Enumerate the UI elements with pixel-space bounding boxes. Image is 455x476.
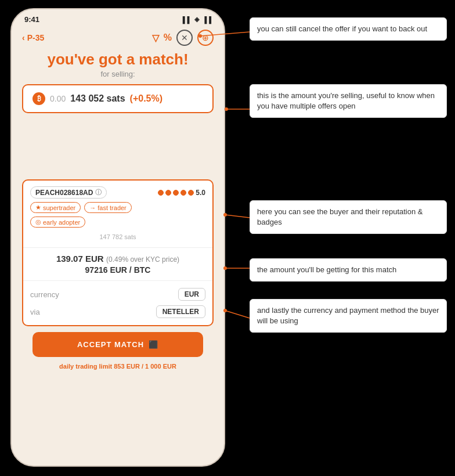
trading-limit-label: daily trading limit — [59, 363, 112, 370]
currency-value: EUR — [178, 288, 205, 301]
early-adopter-label: early adopter — [43, 219, 80, 226]
annotation-cancel: you can still cancel the offer if you wa… — [250, 17, 447, 41]
annotation-buyer-text: here you can see the buyer and their rep… — [257, 207, 423, 226]
amount-box: ₿ 0.00 143 052 sats (+0.5%) — [22, 84, 214, 113]
annotation-price: the amount you'll be getting for this ma… — [250, 258, 447, 282]
fast-trader-label: fast trader — [98, 204, 127, 211]
top-nav: ‹ P-35 ▽ % ✕ ⊕ — [12, 26, 224, 51]
amount-sats: 143 052 sats — [70, 93, 125, 104]
via-label: via — [30, 308, 40, 316]
globe-button[interactable]: ⊕ — [197, 30, 214, 46]
percent-icon[interactable]: % — [164, 33, 172, 43]
via-value: NETELLER — [156, 305, 205, 318]
filter-icon[interactable]: ▽ — [152, 33, 159, 44]
star-1 — [158, 190, 164, 196]
currency-row: currency EUR — [30, 286, 205, 303]
supertrader-label: supertrader — [43, 204, 75, 211]
trading-limit-total: 1 000 EUR — [145, 363, 176, 370]
buyer-id-text: PEACH028618AD — [35, 189, 93, 197]
buyer-top: PEACH028618AD ⓘ 5.0 — [30, 186, 205, 199]
for-selling-label: for selling: — [22, 70, 214, 78]
close-icon: ✕ — [181, 33, 188, 42]
amount-percent: (+0.5%) — [130, 93, 162, 104]
payment-section: currency EUR via NETELLER — [23, 281, 212, 325]
supertrader-badge: ★ supertrader — [30, 202, 81, 213]
trading-limit: daily trading limit 853 EUR / 1 000 EUR — [22, 363, 214, 370]
status-bar: 9:41 ▌▌ ◈ ▐▐ — [12, 9, 224, 26]
star-2 — [165, 190, 171, 196]
signal-icon: ▌▌ — [183, 16, 192, 23]
fast-trader-icon: → — [89, 204, 96, 211]
phone-content: you've got a match! for selling: ₿ 0.00 … — [12, 51, 224, 370]
status-icons: ▌▌ ◈ ▐▐ — [183, 16, 211, 23]
annotation-payment-text: and lastly the currency and payment meth… — [257, 306, 439, 325]
btc-symbol: ₿ — [37, 95, 41, 103]
annotation-buyer: here you can see the buyer and their rep… — [250, 200, 447, 234]
trading-limit-used-value: 853 EUR — [114, 363, 140, 370]
match-title: you've got a match! — [22, 51, 214, 68]
early-adopter-badge: ◎ early adopter — [30, 217, 85, 228]
svg-line-4 — [225, 215, 250, 218]
back-chevron-icon: ‹ — [22, 33, 25, 42]
buyer-id: PEACH028618AD ⓘ — [30, 186, 107, 199]
accept-match-label: ACCEPT MATCH — [77, 340, 144, 349]
buyer-offer-text: 147 782 sats — [30, 231, 205, 243]
currency-label: currency — [30, 290, 59, 299]
close-button[interactable]: ✕ — [176, 30, 193, 46]
price-amount: 139.07 EUR — [56, 254, 104, 264]
nav-icons: ▽ % ✕ ⊕ — [152, 30, 214, 46]
annotation-amount: this is the amount you're selling, usefu… — [250, 84, 447, 118]
btc-icon: ₿ — [32, 92, 45, 105]
price-kyc-note: (0.49% over KYC price) — [106, 255, 179, 264]
rating-value: 5.0 — [196, 189, 205, 197]
star-3 — [173, 190, 179, 196]
star-4 — [180, 190, 186, 196]
phone-shell: 9:41 ▌▌ ◈ ▐▐ ‹ P-35 ▽ % ✕ ⊕ you've got a… — [10, 8, 225, 467]
price-section: 139.07 EUR (0.49% over KYC price) 97216 … — [23, 247, 212, 281]
annotation-cancel-text: you can still cancel the offer if you wa… — [257, 24, 427, 33]
match-card: PEACH028618AD ⓘ 5.0 ★ su — [22, 179, 214, 326]
wifi-icon: ◈ — [194, 16, 199, 23]
back-button[interactable]: ‹ P-35 — [22, 33, 44, 42]
back-label: P-35 — [27, 33, 45, 42]
fast-trader-badge: → fast trader — [84, 202, 132, 213]
status-time: 9:41 — [24, 15, 39, 24]
info-icon: ⓘ — [95, 188, 102, 197]
globe-icon: ⊕ — [202, 33, 209, 42]
accept-match-button[interactable]: ACCEPT MATCH ⬛ — [32, 332, 203, 357]
badges-container: ★ supertrader → fast trader — [30, 202, 205, 213]
annotation-payment: and lastly the currency and payment meth… — [250, 299, 447, 333]
supertrader-icon: ★ — [35, 204, 41, 211]
early-adopter-icon: ◎ — [35, 218, 41, 226]
extra-badges: ◎ early adopter — [30, 217, 205, 228]
accept-match-icon: ⬛ — [149, 340, 158, 349]
svg-line-8 — [225, 311, 250, 318]
battery-icon: ▐▐ — [202, 16, 211, 23]
spacer — [22, 121, 214, 179]
annotation-amount-text: this is the amount you're selling, usefu… — [257, 91, 435, 110]
amount-prefix: 0.00 — [50, 94, 66, 103]
stars-rating: 5.0 — [158, 189, 205, 197]
price-rate: 97216 EUR / BTC — [30, 265, 205, 275]
buyer-section: PEACH028618AD ⓘ 5.0 ★ su — [23, 181, 212, 247]
via-row: via NETELLER — [30, 303, 205, 320]
annotation-price-text: the amount you'll be getting for this ma… — [257, 265, 396, 274]
star-5 — [188, 190, 194, 196]
